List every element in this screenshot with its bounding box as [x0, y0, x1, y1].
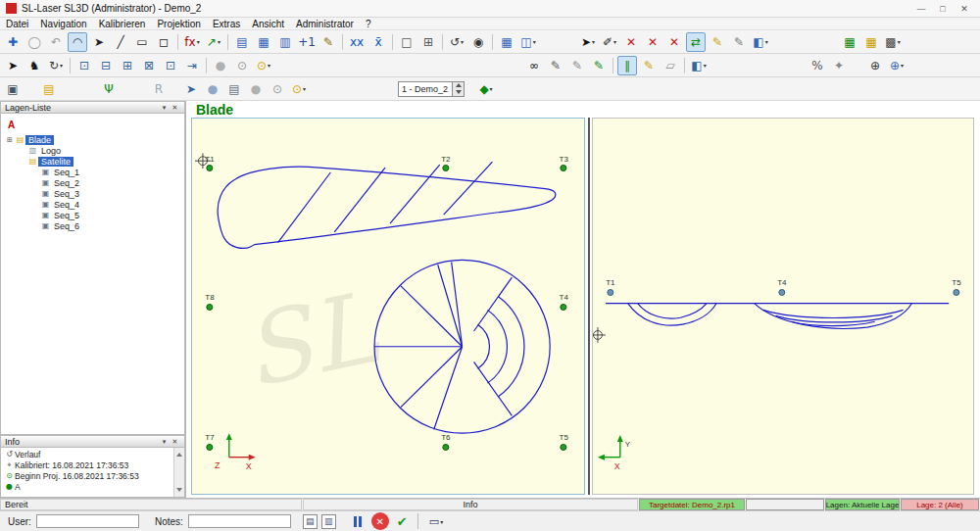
sort-xx[interactable]: xx	[347, 32, 367, 52]
arc-tool[interactable]: ◠	[68, 32, 87, 52]
line-tool[interactable]: ╱	[111, 32, 130, 52]
dropdown-caret-icon[interactable]	[60, 62, 63, 69]
pencil-yellow-2[interactable]: ✎	[639, 56, 659, 75]
target-dot[interactable]	[953, 289, 959, 296]
table-green[interactable]: ▦	[840, 32, 859, 52]
laser-projector[interactable]: ▣	[3, 79, 23, 99]
pencil-line[interactable]: ✎	[318, 32, 338, 52]
dropdown-caret-icon[interactable]	[592, 38, 595, 45]
tree-item-seq-4[interactable]: ▣ Seq_4	[1, 199, 184, 210]
note-list[interactable]: ▥	[321, 514, 336, 529]
star-tool[interactable]: ✦	[829, 56, 849, 75]
lamp-gray[interactable]: ⊙	[232, 56, 252, 75]
close-icon[interactable]: ✕	[170, 104, 180, 112]
notes-input[interactable]	[188, 514, 291, 528]
scroll-down-icon[interactable]	[176, 488, 182, 497]
table-yellow[interactable]: ▦	[861, 32, 881, 52]
confirm-button[interactable]: ✔	[397, 514, 408, 529]
goto-target[interactable]: ⇥	[182, 56, 202, 75]
antenna[interactable]: Ψ	[99, 79, 119, 99]
tree-item-seq-2[interactable]: ▣ Seq_2	[1, 177, 184, 188]
printer[interactable]: ▤	[224, 79, 244, 99]
tree-item-satelite[interactable]: ▤ Satelite	[1, 156, 184, 167]
projector-view-4[interactable]: ⊠	[139, 56, 159, 75]
minimize-button[interactable]: —	[911, 2, 931, 16]
dropdown-caret-icon[interactable]	[765, 38, 768, 45]
delete-point[interactable]: ✕	[621, 32, 641, 52]
lamp-on[interactable]: ⊙	[289, 79, 309, 99]
lamp-yellow[interactable]: ⊙	[254, 56, 273, 75]
pencil-slash-2[interactable]: ✎	[567, 56, 587, 75]
zoom-window[interactable]: ⊕	[887, 56, 906, 75]
pencil-slash-1[interactable]: ✎	[546, 56, 565, 75]
select-add[interactable]: ⊞	[418, 32, 438, 52]
delete-segment[interactable]: ✕	[643, 32, 662, 52]
tree-item-seq-3[interactable]: ▣ Seq_3	[1, 188, 184, 199]
spin-up-icon[interactable]	[453, 82, 464, 89]
maximize-button[interactable]: □	[933, 2, 953, 16]
target-dot[interactable]	[207, 304, 214, 311]
projector-view-3[interactable]: ⊞	[118, 56, 137, 75]
menu-kalibrieren[interactable]: Kalibrieren	[93, 19, 152, 29]
circle-tool[interactable]: ◯	[24, 32, 44, 52]
screen-blue[interactable]: ◧	[689, 56, 709, 75]
percent-tool[interactable]: %	[808, 56, 827, 75]
select-region[interactable]: □	[397, 32, 416, 52]
grid-blue-2[interactable]: ▦	[254, 32, 273, 52]
pencil-check[interactable]: ✎	[589, 56, 609, 75]
reset-r[interactable]: R	[149, 79, 169, 99]
ball-gray[interactable]: ●	[246, 79, 266, 99]
pointer-tool-2[interactable]: ➤	[3, 56, 23, 75]
projector-view-1[interactable]: ⊡	[74, 56, 94, 75]
sphere-gray[interactable]: ●	[211, 56, 230, 75]
target-dot[interactable]	[442, 444, 449, 451]
transform-green[interactable]: ↗	[204, 32, 223, 52]
dropdown-caret-icon[interactable]	[268, 62, 270, 69]
pencil-yellow[interactable]: ✎	[708, 32, 727, 52]
dropdown-caret-icon[interactable]	[533, 38, 536, 45]
pencil-gray[interactable]: ✎	[729, 32, 749, 52]
menu-datei[interactable]: Datei	[0, 19, 34, 29]
tree-item-seq-1[interactable]: ▣ Seq_1	[1, 167, 184, 177]
target-dot[interactable]	[207, 165, 214, 171]
monitor-button[interactable]: ▭	[426, 513, 446, 530]
animal-pan-tool[interactable]: ♞	[24, 56, 44, 75]
grid-blue-3[interactable]: ▥	[275, 32, 295, 52]
info-scrollbar[interactable]	[173, 448, 184, 497]
window-blue[interactable]: ◧	[751, 32, 770, 52]
projector-view-2[interactable]: ⊟	[96, 56, 116, 75]
zoom-in[interactable]: ⊕	[865, 56, 885, 75]
tree-item-seq-6[interactable]: ▣ Seq_6	[1, 220, 184, 231]
dropdown-caret-icon[interactable]	[440, 518, 443, 525]
dropdown-caret-icon[interactable]	[613, 38, 616, 45]
tree-expander-icon[interactable]: ⊞	[5, 136, 15, 144]
transform-tool[interactable]: ✚	[3, 32, 23, 52]
main-view[interactable]: SL	[191, 118, 585, 495]
side-view[interactable]: Y X T1 T4 T5	[592, 118, 974, 495]
dropdown-caret-icon[interactable]	[303, 85, 306, 92]
edit-pencil-arrow[interactable]: ✐	[600, 32, 619, 52]
dropdown-caret-icon[interactable]	[218, 38, 220, 45]
target-dot[interactable]	[561, 304, 567, 311]
dropdown-caret-icon[interactable]	[197, 38, 200, 45]
close-icon[interactable]: ✕	[170, 438, 180, 446]
swap-layers[interactable]: ⇄	[686, 32, 706, 52]
target-dot[interactable]	[778, 289, 785, 296]
open-folder[interactable]: ▤	[39, 79, 59, 99]
menu-navigation[interactable]: Navigation	[34, 19, 92, 29]
dropdown-caret-icon[interactable]	[704, 62, 707, 69]
spin-down-icon[interactable]	[453, 89, 464, 96]
rounded-rect-tool[interactable]: ▭	[132, 32, 152, 52]
target-dot[interactable]	[561, 165, 567, 171]
start-projection-button[interactable]: ◆	[476, 79, 496, 99]
menu-extras[interactable]: Extras	[207, 19, 246, 29]
target-dot[interactable]	[442, 165, 449, 171]
menu-administrator[interactable]: Administrator	[290, 19, 360, 29]
dropdown-caret-icon[interactable]	[461, 38, 464, 45]
function-fx[interactable]: fx	[182, 32, 202, 52]
close-button[interactable]: ✕	[955, 2, 974, 16]
callout-tool[interactable]: ◻	[154, 32, 173, 52]
rotate-ccw[interactable]: ↺	[447, 32, 466, 52]
user-input[interactable]	[36, 514, 139, 528]
grid-menu[interactable]: ▩	[883, 32, 903, 52]
